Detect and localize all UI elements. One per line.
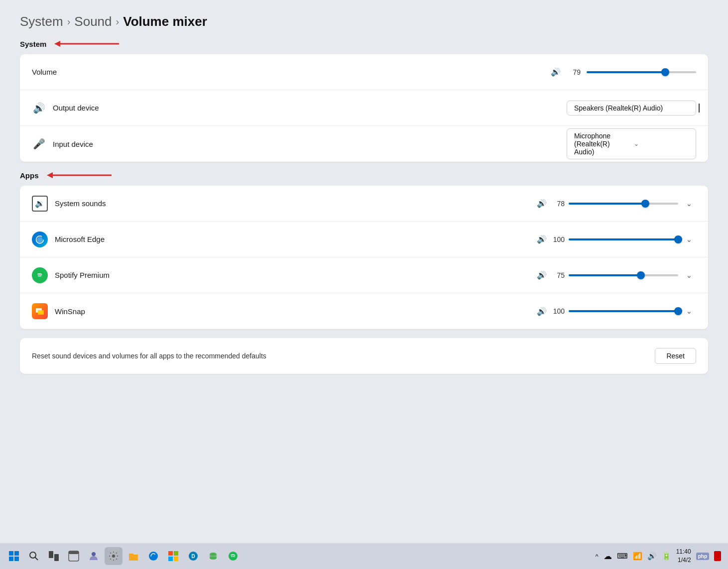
winsnap-expand-icon[interactable]: ⌄ xyxy=(682,305,696,317)
taskbar-teams-icon[interactable] xyxy=(85,547,103,565)
edge-thumb[interactable] xyxy=(674,235,682,243)
taskbar-spotify-icon[interactable] xyxy=(224,547,242,565)
input-device-dropdown[interactable]: Microphone (Realtek(R) Audio) ⌄ xyxy=(567,128,696,159)
system-sounds-label: System sounds xyxy=(55,199,106,208)
winsnap-speaker-icon: 🔊 xyxy=(537,307,547,316)
edge-speaker-icon: 🔊 xyxy=(537,234,547,244)
taskbar-settings-icon[interactable] xyxy=(105,547,122,565)
taskbar-store-icon[interactable] xyxy=(164,547,182,565)
svg-marker-3 xyxy=(47,172,53,178)
tray-volume-icon[interactable]: 🔊 xyxy=(647,552,657,561)
edge-fill xyxy=(569,238,678,240)
output-device-icon: 🔊 xyxy=(32,102,46,114)
svg-point-19 xyxy=(149,552,158,561)
volume-label: Volume xyxy=(32,68,57,76)
input-device-label: Input device xyxy=(53,140,93,148)
taskbar-clock[interactable]: 11:40 1/4/2 xyxy=(676,548,691,565)
taskbar-browser-icon[interactable] xyxy=(65,547,83,565)
reset-row: Reset sound devices and volumes for all … xyxy=(20,338,708,374)
system-sounds-expand-icon[interactable]: ⌄ xyxy=(682,198,696,210)
spotify-row: Spotify Premium 🔊 75 ⌄ xyxy=(20,257,708,293)
system-sounds-row: 🔉 System sounds 🔊 78 ⌄ xyxy=(20,186,708,222)
svg-rect-21 xyxy=(174,551,178,556)
taskbar-edge-icon[interactable] xyxy=(144,547,162,565)
taskbar-db-icon[interactable] xyxy=(204,547,222,565)
system-sounds-icon: 🔉 xyxy=(32,196,48,212)
spotify-speaker-icon: 🔊 xyxy=(537,270,547,280)
reset-description: Reset sound devices and volumes for all … xyxy=(32,352,266,360)
breadcrumb-system[interactable]: System xyxy=(20,14,63,29)
tray-wifi-icon[interactable]: 📶 xyxy=(633,552,642,561)
search-button[interactable] xyxy=(25,547,43,565)
apps-card-group: 🔉 System sounds 🔊 78 ⌄ Microsoft Edg xyxy=(20,186,708,329)
volume-control[interactable]: 🔊 79 xyxy=(551,67,696,77)
system-arrow-icon xyxy=(54,39,121,48)
svg-point-11 xyxy=(30,552,36,558)
svg-rect-8 xyxy=(14,551,19,556)
edge-volume: 100 xyxy=(551,235,565,243)
svg-text:D: D xyxy=(191,554,195,559)
system-card-group: Volume 🔊 79 🔊 Output device Speakers (Re… xyxy=(20,54,708,162)
spotify-expand-icon[interactable]: ⌄ xyxy=(682,269,696,281)
tray-battery-icon[interactable]: 🔋 xyxy=(662,552,671,561)
tray-cloud-icon[interactable]: ☁ xyxy=(604,551,612,562)
edge-label: Microsoft Edge xyxy=(55,235,105,243)
tray-keyboard-icon[interactable]: ⌨ xyxy=(617,552,628,561)
spotify-volume: 75 xyxy=(551,271,565,279)
output-device-row: 🔊 Output device Speakers (Realtek(R) Aud… xyxy=(20,90,708,126)
system-sounds-slider[interactable] xyxy=(569,203,678,205)
svg-rect-20 xyxy=(168,551,173,556)
svg-rect-7 xyxy=(9,551,13,556)
breadcrumb-sep-1: › xyxy=(67,16,71,27)
taskbar-tray: ^ ☁ ⌨ 📶 🔊 🔋 11:40 1/4/2 php xyxy=(596,548,721,565)
apps-section-label: Apps xyxy=(20,171,39,180)
spotify-thumb[interactable] xyxy=(637,271,645,279)
winsnap-label: WinSnap xyxy=(55,307,85,316)
system-sounds-volume: 78 xyxy=(551,200,565,208)
spotify-label: Spotify Premium xyxy=(55,271,110,279)
edge-slider[interactable] xyxy=(569,238,678,240)
spotify-slider[interactable] xyxy=(569,274,678,276)
taskbar: D ^ ☁ ⌨ 📶 🔊 🔋 11:40 1/4/2 php xyxy=(0,543,728,569)
taskbar-explorer-icon[interactable] xyxy=(124,547,142,565)
svg-rect-9 xyxy=(9,557,13,561)
svg-point-28 xyxy=(210,557,217,560)
spotify-icon xyxy=(32,267,48,283)
spotify-fill xyxy=(569,274,641,276)
input-device-value: Microphone (Realtek(R) Audio) xyxy=(574,132,629,156)
clock-time: 11:40 xyxy=(676,548,691,556)
winsnap-row: WinSnap 🔊 100 ⌄ xyxy=(20,293,708,329)
clock-date: 1/4/2 xyxy=(676,556,691,565)
output-device-value: Speakers (Realtek(R) Audio) xyxy=(574,104,689,112)
svg-rect-13 xyxy=(49,551,53,558)
edge-expand-icon[interactable]: ⌄ xyxy=(682,233,696,245)
breadcrumb-volume-mixer: Volume mixer xyxy=(123,14,207,29)
svg-rect-10 xyxy=(14,557,19,561)
system-section-label: System xyxy=(20,40,46,48)
svg-rect-16 xyxy=(69,551,79,554)
svg-rect-23 xyxy=(174,557,178,561)
volume-slider[interactable] xyxy=(587,71,696,73)
winsnap-thumb[interactable] xyxy=(674,307,682,315)
apps-arrow-icon xyxy=(47,171,114,180)
volume-thumb[interactable] xyxy=(661,68,669,76)
start-button[interactable] xyxy=(5,547,23,565)
breadcrumb: System › Sound › Volume mixer xyxy=(20,14,708,29)
taskbar-left: D xyxy=(5,547,242,565)
svg-rect-22 xyxy=(168,557,173,561)
volume-speaker-icon: 🔊 xyxy=(551,67,561,77)
output-device-dropdown[interactable]: Speakers (Realtek(R) Audio) xyxy=(567,101,696,115)
taskview-button[interactable] xyxy=(45,547,63,565)
taskbar-dell-icon[interactable]: D xyxy=(184,547,202,565)
system-sounds-thumb[interactable] xyxy=(641,200,649,208)
reset-button[interactable]: Reset xyxy=(655,348,696,364)
svg-point-18 xyxy=(112,555,115,558)
edge-row: Microsoft Edge 🔊 100 ⌄ xyxy=(20,222,708,257)
input-device-row: 🎤 Input device Microphone (Realtek(R) Au… xyxy=(20,126,708,162)
microphone-icon: 🎤 xyxy=(32,138,46,150)
system-sounds-speaker-icon: 🔊 xyxy=(537,199,547,208)
breadcrumb-sound[interactable]: Sound xyxy=(74,14,112,29)
tray-chevron-icon[interactable]: ^ xyxy=(596,553,599,560)
svg-rect-14 xyxy=(54,554,59,561)
winsnap-slider[interactable] xyxy=(569,310,678,312)
